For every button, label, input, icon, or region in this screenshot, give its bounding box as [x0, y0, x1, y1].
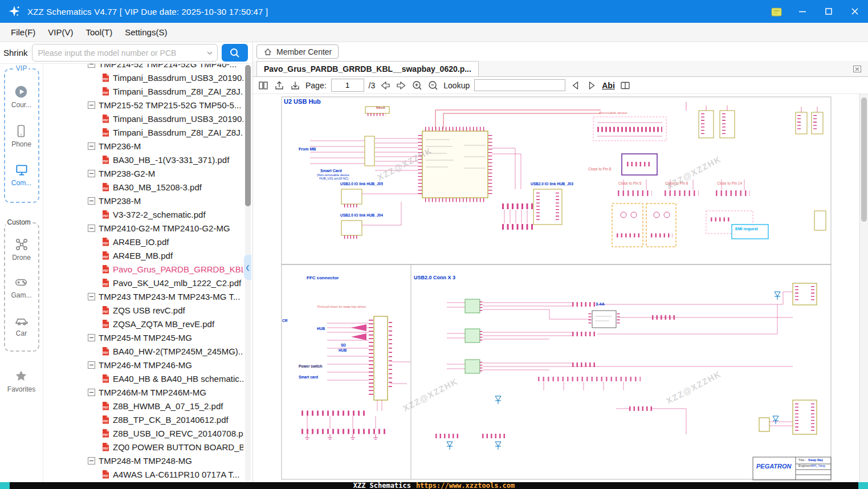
sidebar-item-favorites[interactable]: Favorites — [7, 369, 35, 393]
viewer-scrollbar[interactable] — [859, 94, 868, 482]
menu-tool[interactable]: Tool(T) — [80, 25, 119, 40]
vip-group-label: VIP — [14, 64, 28, 72]
vip-card-icon[interactable] — [770, 5, 783, 18]
svg-text:PDF: PDF — [103, 433, 108, 436]
tree-file-row[interactable]: PDFTimpani_Bassdrum_USB3_20190... — [43, 112, 243, 125]
sidebar-item-game[interactable]: Gam... — [11, 275, 31, 299]
tree-folder-row[interactable]: TMP238-M — [43, 194, 243, 207]
collapse-icon[interactable] — [88, 361, 95, 369]
svg-text:PDF: PDF — [103, 351, 108, 354]
tree-file-row[interactable]: PDFA4WAS LA-C611PR10 0717A T... — [43, 467, 243, 481]
page-forward-icon[interactable] — [396, 80, 407, 91]
tree-file-row[interactable]: PDFV3-372-2_schematic.pdf — [43, 207, 243, 221]
tree-file-row[interactable]: PDFZQ0 POWER BUTTON BOARD_B... — [43, 440, 243, 454]
svg-text:PDF: PDF — [103, 406, 108, 409]
tree-file-row[interactable]: PDFPavo_SK_U42_mlb_1222_C2.pdf — [43, 276, 243, 290]
tree-file-row[interactable]: PDFTimpani_Bassdrum_USB3_20190... — [43, 71, 243, 84]
minimize-button[interactable] — [796, 5, 809, 18]
tray-up-icon[interactable] — [274, 80, 285, 91]
zoom-out-icon[interactable] — [427, 80, 439, 91]
collapse-icon[interactable] — [88, 197, 95, 205]
collapse-icon[interactable] — [88, 170, 95, 177]
tree-file-row[interactable]: PDFEA40_HB & BA40_HB schematic... — [43, 372, 243, 385]
tree-file-row[interactable]: PDFBA30_MB_15208-3.pdf — [43, 180, 243, 194]
tree-folder-row[interactable]: TMP245-M TMP245-MG — [43, 331, 243, 344]
tree-file-row[interactable]: PDFZ8B_USB_IO_REVC_20140708.pd... — [43, 426, 243, 440]
page-number-input[interactable] — [331, 79, 364, 92]
tree-folder-row[interactable]: TMP248-M TMP248-MG — [43, 454, 243, 467]
tree-folder-row[interactable]: TMP215-52 TMP215-52G TMP50-5... — [43, 98, 243, 112]
magnifier-icon — [229, 47, 241, 59]
dual-page-icon[interactable] — [258, 80, 269, 91]
tree-item-label: BA30_HB_-1(V3-331_371).pdf — [113, 155, 229, 165]
status-url[interactable]: https://www.xzztools.com — [416, 482, 515, 489]
tree-folder-row[interactable]: TMP236-M — [43, 139, 243, 153]
collapse-icon[interactable] — [88, 293, 95, 300]
collapse-icon[interactable] — [88, 101, 95, 109]
menu-file[interactable]: File(F) — [5, 25, 42, 40]
sidebar-item-drone[interactable]: Drone — [12, 237, 31, 262]
pdf-viewer[interactable]: U2 USB Hub54mAFrom MBSmart Card(Non-remo… — [253, 94, 868, 482]
viewer-scrollbar-thumb[interactable] — [861, 97, 867, 222]
close-button[interactable] — [849, 5, 861, 18]
match-case-toggle[interactable]: Abi — [602, 81, 615, 90]
collapse-icon[interactable] — [88, 225, 95, 232]
collapse-icon[interactable] — [88, 334, 95, 341]
collapse-icon[interactable] — [88, 64, 95, 68]
prev-match-icon[interactable] — [570, 80, 581, 91]
shrink-button[interactable]: Shrink — [3, 48, 28, 58]
chevron-down-icon[interactable] — [207, 51, 213, 55]
sidebar-item-computer[interactable]: Com... — [11, 162, 31, 187]
search-input[interactable] — [37, 48, 207, 58]
tree-file-row[interactable]: PDFBA40_HW-2(TMP245M_245MG)... — [43, 344, 243, 358]
book-view-icon[interactable] — [620, 80, 631, 91]
zoom-in-icon[interactable] — [411, 80, 423, 91]
tree-file-row[interactable]: PDFZ8B_TP_CK_B_20140612.pdf — [43, 413, 243, 426]
tree-file-row[interactable]: PDFTimpani_Bassdrum_Z8I_ZAI_Z8J... — [43, 125, 243, 139]
tree-item-label: Z8B_HWMB_A_07_15_2.pdf — [113, 401, 223, 411]
tray-down-icon[interactable] — [290, 80, 301, 91]
pdf-icon: PDF — [102, 279, 109, 287]
tree-scrollbar-thumb[interactable] — [245, 65, 251, 206]
maximize-button[interactable] — [822, 5, 835, 18]
tree-item-label: Pavo_Grus_PARDB_GRRDB_KBL_ — [113, 264, 243, 274]
sidebar-item-course[interactable]: Cour... — [11, 84, 31, 109]
sidebar-item-label: Com... — [11, 179, 31, 187]
tree-file-row[interactable]: PDFPavo_Grus_PARDB_GRRDB_KBL_ — [43, 262, 243, 276]
lookup-input[interactable] — [474, 79, 565, 91]
tree-file-row[interactable]: PDFTimpani_Bassdrum_Z8I_ZAI_Z8J... — [43, 84, 243, 98]
next-match-icon[interactable] — [586, 80, 597, 91]
tree-list: TMP214-52 TMP214-52G TMP40-...PDFTimpani… — [43, 64, 243, 482]
tree-file-row[interactable]: PDFZQS USB revC.pdf — [43, 303, 243, 317]
document-tab[interactable]: Pavo_Grus_PARDB_GRRDB_KBL__swapbay_0620.… — [256, 61, 479, 76]
tree-file-row[interactable]: PDFZ8B_HWMB_A_07_15_2.pdf — [43, 399, 243, 413]
search-button[interactable] — [222, 44, 248, 62]
page-total: /3 — [369, 81, 376, 90]
collapse-panel-handle[interactable]: ❮ — [244, 255, 251, 280]
tree-folder-row[interactable]: TMP238-G2-M — [43, 166, 243, 180]
tree-file-row[interactable]: PDFAR4EB_IO.pdf — [43, 235, 243, 248]
tree-folder-row[interactable]: TMP246M-M TMP246M-MG — [43, 385, 243, 399]
statusbar-accent-right — [858, 482, 868, 489]
tree-folder-row[interactable]: TMP2410-G2-M TMP2410-G2-MG — [43, 221, 243, 235]
tree-file-row[interactable]: PDFAR4EB_MB.pdf — [43, 248, 243, 262]
collapse-icon[interactable] — [88, 142, 95, 150]
pdf-icon: PDF — [102, 320, 109, 328]
sidebar-item-car[interactable]: Car — [14, 313, 29, 337]
collapse-icon[interactable] — [88, 457, 95, 464]
menu-vip[interactable]: VIP(V) — [42, 25, 79, 40]
sidebar-item-phone[interactable]: Phone — [11, 124, 31, 148]
svg-text:PDF: PDF — [103, 324, 108, 327]
member-center-button[interactable]: Member Center — [256, 44, 339, 59]
tree-file-row[interactable]: PDFZQSA_ZQTA MB_revE.pdf — [43, 317, 243, 331]
collapse-icon[interactable] — [88, 389, 95, 396]
svg-text:PDF: PDF — [103, 132, 108, 135]
menu-settings[interactable]: Settings(S) — [119, 25, 173, 40]
tree-file-row[interactable]: PDFBA30_HB_-1(V3-331_371).pdf — [43, 153, 243, 166]
close-tab-icon[interactable] — [852, 64, 862, 74]
tree-folder-row[interactable]: TMP243 TMP243-M TMP243-MG T... — [43, 290, 243, 303]
tree-item-label: TMP2410-G2-M TMP2410-G2-MG — [99, 223, 230, 233]
tree-folder-row[interactable]: TMP246-M TMP246-MG — [43, 358, 243, 372]
page-back-icon[interactable] — [380, 80, 391, 91]
tree-folder-row[interactable]: TMP214-52 TMP214-52G TMP40-... — [43, 64, 243, 71]
